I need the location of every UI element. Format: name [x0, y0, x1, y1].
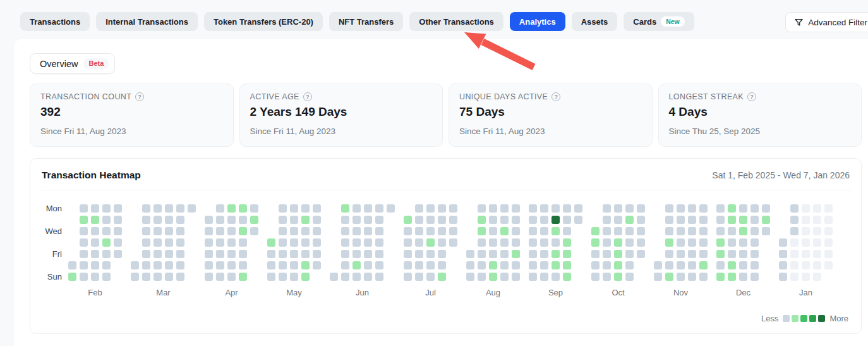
heatmap-cell[interactable] [563, 216, 571, 224]
heatmap-cell[interactable] [114, 216, 122, 224]
heatmap-cell[interactable] [478, 273, 486, 281]
heatmap-cell[interactable] [205, 250, 213, 258]
heatmap-cell[interactable] [426, 250, 435, 258]
heatmap-cell[interactable] [728, 261, 736, 269]
heatmap-cell[interactable] [813, 227, 821, 235]
heatmap-cell[interactable] [500, 261, 509, 269]
heatmap-cell[interactable] [716, 204, 725, 213]
heatmap-cell[interactable] [165, 227, 173, 235]
heatmap-cell[interactable] [279, 261, 287, 269]
heatmap-cell[interactable] [449, 204, 457, 213]
heatmap-cell[interactable] [750, 227, 759, 235]
heatmap-cell[interactable] [802, 238, 810, 247]
heatmap-cell[interactable] [438, 227, 446, 235]
heatmap-cell[interactable] [426, 227, 435, 235]
heatmap-cell[interactable] [353, 216, 361, 224]
heatmap-cell[interactable] [750, 273, 759, 281]
heatmap-cell[interactable] [802, 273, 810, 281]
heatmap-cell[interactable] [699, 250, 708, 258]
heatmap-cell[interactable] [762, 216, 770, 224]
heatmap-cell[interactable] [142, 204, 150, 213]
heatmap-cell[interactable] [699, 227, 708, 235]
heatmap-cell[interactable] [512, 261, 520, 269]
help-icon[interactable]: ? [135, 92, 144, 101]
heatmap-cell[interactable] [739, 204, 747, 213]
heatmap-cell[interactable] [205, 261, 213, 269]
heatmap-cell[interactable] [739, 227, 747, 235]
heatmap-cell[interactable] [80, 216, 88, 224]
heatmap-cell[interactable] [500, 204, 509, 213]
tab-transactions[interactable]: Transactions [20, 12, 90, 31]
heatmap-cell[interactable] [529, 227, 537, 235]
heatmap-cell[interactable] [614, 238, 622, 247]
heatmap-cell[interactable] [699, 238, 708, 247]
heatmap-cell[interactable] [313, 250, 321, 258]
heatmap-cell[interactable] [415, 261, 423, 269]
heatmap-cell[interactable] [68, 261, 76, 269]
heatmap-cell[interactable] [165, 261, 173, 269]
heatmap-cell[interactable] [375, 250, 383, 258]
heatmap-cell[interactable] [500, 250, 509, 258]
heatmap-cell[interactable] [699, 204, 708, 213]
heatmap-cell[interactable] [625, 216, 634, 224]
heatmap-cell[interactable] [313, 238, 321, 247]
heatmap-cell[interactable] [466, 273, 474, 281]
heatmap-cell[interactable] [688, 216, 696, 224]
heatmap-cell[interactable] [529, 238, 537, 247]
heatmap-cell[interactable] [91, 227, 99, 235]
heatmap-cell[interactable] [375, 238, 383, 247]
heatmap-cell[interactable] [591, 227, 600, 235]
tab-assets[interactable]: Assets [572, 12, 618, 31]
heatmap-cell[interactable] [290, 216, 298, 224]
heatmap-cell[interactable] [415, 227, 423, 235]
heatmap-cell[interactable] [80, 261, 88, 269]
heatmap-cell[interactable] [267, 261, 275, 269]
heatmap-cell[interactable] [290, 250, 298, 258]
heatmap-cell[interactable] [267, 273, 275, 281]
heatmap-cell[interactable] [216, 250, 224, 258]
heatmap-cell[interactable] [574, 216, 582, 224]
heatmap-cell[interactable] [466, 261, 474, 269]
heatmap-cell[interactable] [716, 261, 725, 269]
heatmap-cell[interactable] [512, 250, 520, 258]
heatmap-cell[interactable] [489, 238, 497, 247]
heatmap-cell[interactable] [438, 216, 446, 224]
heatmap-cell[interactable] [165, 204, 173, 213]
heatmap-cell[interactable] [279, 238, 287, 247]
heatmap-cell[interactable] [415, 238, 423, 247]
heatmap-cell[interactable] [102, 204, 111, 213]
heatmap-cell[interactable] [301, 261, 310, 269]
heatmap-cell[interactable] [716, 227, 725, 235]
heatmap-cell[interactable] [654, 261, 662, 269]
tab-nft-transfers[interactable]: NFT Transfers [329, 12, 403, 31]
heatmap-cell[interactable] [489, 216, 497, 224]
heatmap-cell[interactable] [512, 238, 520, 247]
heatmap-cell[interactable] [716, 216, 725, 224]
tab-other-transactions[interactable]: Other Transactions [409, 12, 503, 31]
heatmap-cell[interactable] [665, 250, 673, 258]
heatmap-cell[interactable] [239, 227, 247, 235]
heatmap-cell[interactable] [500, 227, 509, 235]
heatmap-cell[interactable] [154, 204, 162, 213]
heatmap-cell[interactable] [353, 261, 361, 269]
heatmap-cell[interactable] [239, 273, 247, 281]
heatmap-cell[interactable] [762, 227, 770, 235]
heatmap-cell[interactable] [563, 273, 571, 281]
heatmap-cell[interactable] [165, 216, 173, 224]
heatmap-cell[interactable] [824, 250, 833, 258]
heatmap-cell[interactable] [227, 238, 236, 247]
heatmap-cell[interactable] [802, 227, 810, 235]
heatmap-cell[interactable] [489, 250, 497, 258]
heatmap-cell[interactable] [688, 238, 696, 247]
heatmap-cell[interactable] [790, 250, 799, 258]
tab-internal-transactions[interactable]: Internal Transactions [96, 12, 198, 31]
heatmap-cell[interactable] [216, 261, 224, 269]
heatmap-cell[interactable] [540, 227, 548, 235]
heatmap-cell[interactable] [216, 227, 224, 235]
tab-analytics[interactable]: Analytics [510, 12, 565, 31]
heatmap-cell[interactable] [500, 273, 509, 281]
heatmap-cell[interactable] [91, 273, 99, 281]
heatmap-cell[interactable] [762, 204, 770, 213]
heatmap-cell[interactable] [716, 238, 725, 247]
heatmap-cell[interactable] [591, 261, 600, 269]
